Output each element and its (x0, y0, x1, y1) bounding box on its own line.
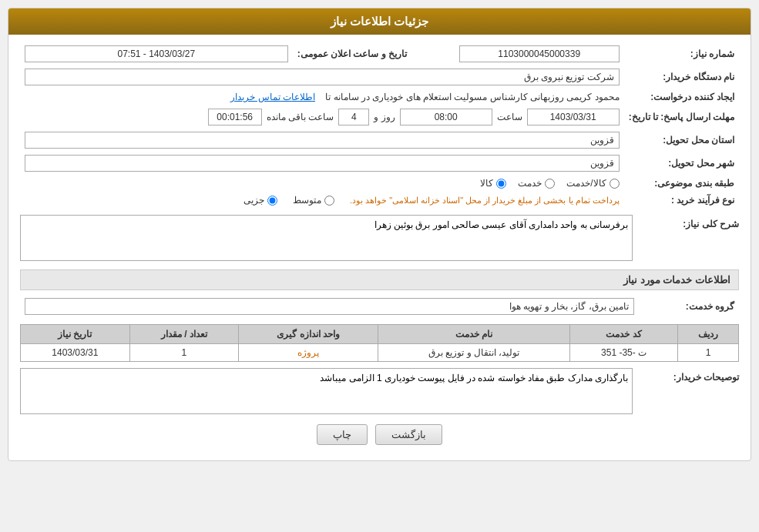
table-row: نوع فرآیند خرید : پرداخت تمام یا بخشی از… (20, 192, 739, 209)
table-row: نام دستگاه خریدار: شرکت توزیع نیروی برق (20, 65, 739, 89)
table-row: شماره نیاز: 1103000045000339 تاریخ و ساع… (20, 42, 739, 65)
purchase-type-partial-label: جزیی (243, 195, 264, 206)
province-label: استان محل تحویل: (624, 129, 739, 152)
creator-label: ایجاد کننده درخواست: (624, 89, 739, 105)
cell-row-num: 1 (677, 344, 738, 362)
table-row: طبقه بندی موضوعی: کالا/خدمت خدمت (20, 175, 739, 192)
city-label: شهر محل تحویل: (624, 152, 739, 175)
col-header-qty: تعداد / مقدار (129, 325, 239, 344)
deadline-date: 1403/03/31 (527, 109, 620, 125)
col-header-code: کد خدمت (570, 325, 678, 344)
back-button[interactable]: بازگشت (375, 424, 442, 445)
col-header-date: تاریخ نیاز (21, 325, 130, 344)
buyer-description-label: توصیحات خریدار: (639, 368, 739, 383)
cell-unit: پروژه (239, 344, 378, 362)
table-row: 1 ت -35- 351 تولید، انتقال و توزیع برق پ… (21, 344, 739, 362)
main-card: جزئیات اطلاعات نیاز شماره نیاز: 11030000… (8, 8, 751, 461)
announcement-label: تاریخ و ساعت اعلان عمومی: (293, 42, 432, 65)
need-description-label: شرح کلی نیاز: (639, 215, 739, 229)
need-description-section: شرح کلی نیاز: برفرسانی به واحد دامداری آ… (20, 215, 739, 263)
col-header-unit: واحد اندازه گیری (239, 325, 378, 344)
table-row: گروه خدمت: تامین برق، گاز، بخار و تهویه … (20, 295, 739, 318)
category-goods-label: کالا (480, 178, 493, 189)
service-group-label: گروه خدمت: (639, 295, 739, 318)
need-description-textarea[interactable] (20, 215, 633, 261)
creator-value: محمود کریمی روزبهانی کارشناس مسولیت استع… (325, 92, 619, 102)
announcement-value: 1403/03/27 - 07:51 (25, 45, 288, 62)
need-number-label: شماره نیاز: (624, 42, 739, 65)
deadline-remaining: 00:01:56 (208, 109, 262, 125)
buyer-org-value: شرکت توزیع نیروی برق (25, 69, 620, 85)
button-bar: بازگشت چاپ (20, 417, 739, 453)
purchase-type-medium-label: متوسط (293, 195, 321, 206)
table-row: استان محل تحویل: قزوین (20, 129, 739, 152)
category-goods-service-label: کالا/خدمت (566, 178, 606, 189)
deadline-remaining-label: ساعت باقی مانده (267, 112, 334, 122)
city-value: قزوین (25, 155, 620, 172)
print-button[interactable]: چاپ (317, 424, 368, 445)
service-group-table: گروه خدمت: تامین برق، گاز، بخار و تهویه … (20, 295, 739, 318)
creator-link[interactable]: اطلاعات تماس خریدار (230, 92, 315, 102)
cell-service-code: ت -35- 351 (570, 344, 678, 362)
table-row: شهر محل تحویل: قزوین (20, 152, 739, 175)
table-row: ردیف کد خدمت نام خدمت واحد اندازه گیری ت… (21, 325, 739, 344)
category-service-option[interactable]: خدمت (518, 178, 555, 189)
deadline-days: 4 (338, 109, 369, 125)
card-header: جزئیات اطلاعات نیاز (8, 8, 751, 35)
page-wrapper: جزئیات اطلاعات نیاز شماره نیاز: 11030000… (0, 0, 759, 532)
services-table: ردیف کد خدمت نام خدمت واحد اندازه گیری ت… (20, 324, 739, 362)
service-group-value: تامین برق، گاز، بخار و تهویه هوا (25, 298, 634, 315)
buyer-description-textarea[interactable] (20, 368, 633, 414)
table-row: ایجاد کننده درخواست: محمود کریمی روزبهان… (20, 89, 739, 105)
purchase-type-medium-option[interactable]: متوسط (293, 195, 334, 206)
purchase-type-note: پرداخت تمام یا بخشی از مبلغ خریدار از مح… (350, 196, 620, 206)
deadline-time: 08:00 (400, 109, 492, 125)
category-label: طبقه بندی موضوعی: (624, 175, 739, 192)
col-header-name: نام خدمت (378, 325, 570, 344)
cell-service-name: تولید، انتقال و توزیع برق (378, 344, 570, 362)
province-value: قزوین (25, 132, 620, 149)
info-table: شماره نیاز: 1103000045000339 تاریخ و ساع… (20, 42, 739, 209)
services-section-header: اطلاعات خدمات مورد نیاز (20, 269, 739, 290)
deadline-time-label: ساعت (497, 112, 522, 122)
need-number-value: 1103000045000339 (459, 45, 620, 62)
buyer-description-section: توصیحات خریدار: بارگذاری مدارک طبق مفاد … (20, 368, 739, 417)
category-service-label: خدمت (518, 178, 542, 189)
page-title: جزئیات اطلاعات نیاز (331, 15, 428, 28)
deadline-days-label: روز و (374, 112, 395, 122)
cell-date: 1403/03/31 (21, 344, 130, 362)
card-body: شماره نیاز: 1103000045000339 تاریخ و ساع… (8, 35, 751, 460)
deadline-label: مهلت ارسال پاسخ: تا تاریخ: (624, 105, 739, 129)
category-goods-service-option[interactable]: کالا/خدمت (566, 178, 619, 189)
purchase-type-label: نوع فرآیند خرید : (624, 192, 739, 209)
buyer-org-label: نام دستگاه خریدار: (624, 65, 739, 89)
category-goods-option[interactable]: کالا (480, 178, 506, 189)
col-header-row: ردیف (677, 325, 738, 344)
table-row: مهلت ارسال پاسخ: تا تاریخ: 1403/03/31 سا… (20, 105, 739, 129)
cell-quantity: 1 (129, 344, 239, 362)
purchase-type-partial-option[interactable]: جزیی (243, 195, 277, 206)
